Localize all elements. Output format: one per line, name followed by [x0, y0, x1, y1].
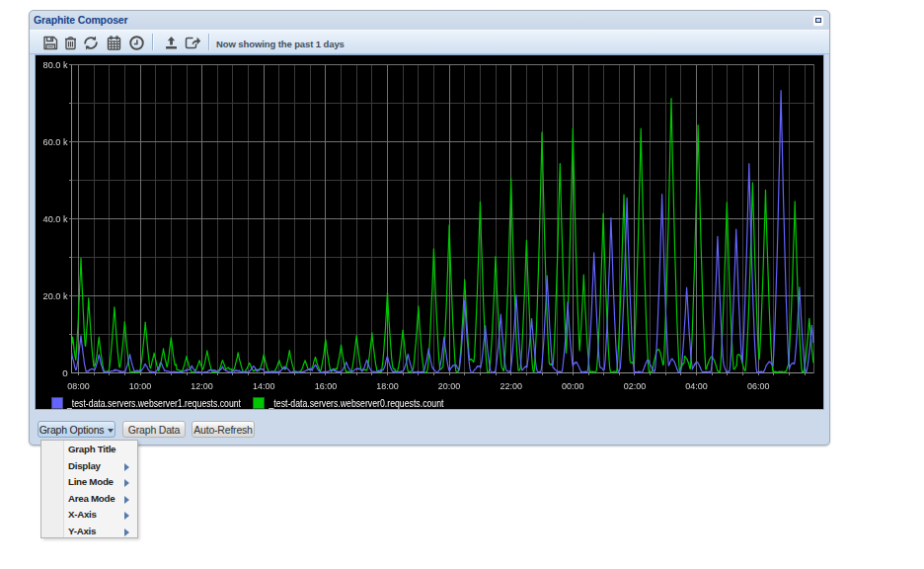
svg-text:60.0 k: 60.0 k: [43, 136, 68, 147]
svg-text:04:00: 04:00: [685, 380, 708, 391]
svg-text:80.0 k: 80.0 k: [43, 59, 68, 70]
svg-text:22:00: 22:00: [500, 380, 522, 391]
svg-text:08:00: 08:00: [67, 380, 90, 391]
svg-text:06:00: 06:00: [747, 380, 770, 391]
svg-text:_test-data.servers.webserver1.: _test-data.servers.webserver1.requests.c…: [66, 398, 241, 409]
svg-text:40.0 k: 40.0 k: [43, 213, 68, 224]
svg-text:00:00: 00:00: [562, 380, 584, 391]
svg-text:20.0 k: 20.0 k: [43, 290, 68, 301]
svg-text:_test-data.servers.webserver0.: _test-data.servers.webserver0.requests.c…: [269, 398, 444, 409]
svg-text:16:00: 16:00: [315, 380, 338, 391]
svg-text:14:00: 14:00: [253, 380, 275, 391]
svg-text:10:00: 10:00: [129, 380, 152, 391]
svg-text:18:00: 18:00: [376, 380, 399, 391]
svg-text:20:00: 20:00: [438, 380, 461, 391]
svg-text:12:00: 12:00: [191, 380, 213, 391]
svg-text:02:00: 02:00: [624, 380, 647, 391]
svg-text:0: 0: [62, 367, 68, 378]
